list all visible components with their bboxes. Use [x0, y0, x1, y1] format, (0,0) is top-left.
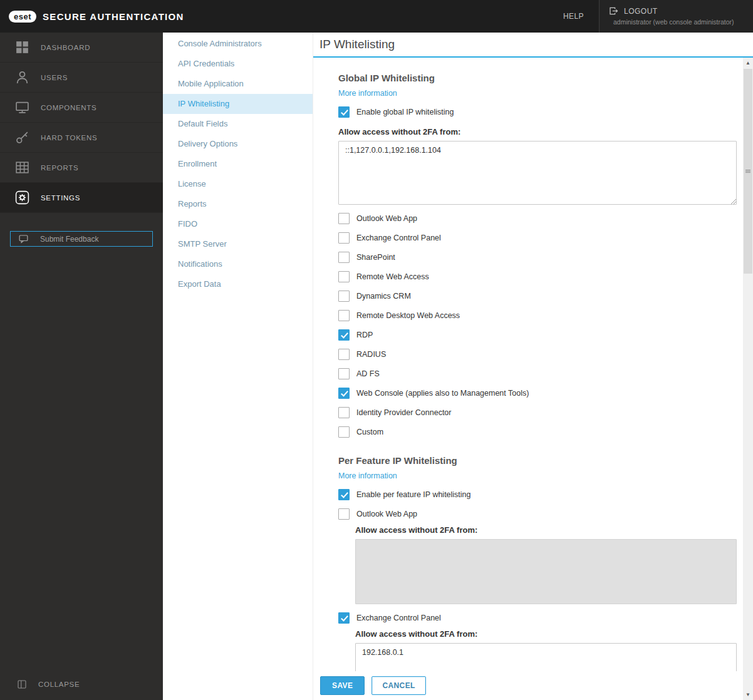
checkbox[interactable]	[338, 329, 350, 341]
vertical-scrollbar[interactable]: ▲ ▼	[743, 58, 753, 700]
feature-row-ad-fs[interactable]: AD FS	[338, 368, 737, 379]
feature-row-custom[interactable]: Custom	[338, 426, 737, 438]
subnav-item-smtp-server[interactable]: SMTP Server	[163, 234, 313, 254]
action-footer: SAVE CANCEL	[313, 671, 743, 700]
brand: eset SECURE AUTHENTICATION	[0, 11, 563, 23]
sidebar-item-settings[interactable]: SETTINGS	[0, 183, 163, 213]
logout-button[interactable]: LOGOUT administrator (web console admini…	[599, 0, 753, 33]
sidebar-item-users[interactable]: USERS	[0, 63, 163, 93]
subnav-item-fido[interactable]: FIDO	[163, 214, 313, 234]
checkbox[interactable]	[338, 407, 350, 418]
checkbox[interactable]	[338, 426, 350, 438]
page-header: IP Whitelisting	[313, 33, 753, 58]
per-feature-more-information-link[interactable]: More information	[338, 471, 397, 480]
checkbox-label: SharePoint	[356, 253, 395, 262]
checkbox-label: Identity Provider Connector	[356, 408, 451, 417]
ip-whitelisting-content: Global IP Whitelisting More information …	[313, 59, 743, 671]
sidebar-item-components[interactable]: COMPONENTS	[0, 93, 163, 123]
feature-row-rdp[interactable]: RDP	[338, 329, 737, 341]
allow-label: Allow access without 2FA from:	[355, 629, 737, 639]
feature-row-radius[interactable]: RADIUS	[338, 349, 737, 360]
settings-subnav: Console Administrators API Credentials M…	[163, 33, 313, 700]
feature-row-outlook-web-app[interactable]: Outlook Web App	[338, 213, 737, 224]
per-feature-row-exchange-control-panel[interactable]: Exchange Control Panel	[338, 612, 737, 624]
key-icon	[14, 130, 30, 145]
checkbox[interactable]	[338, 508, 350, 520]
feature-row-web-console[interactable]: Web Console (applies also to Management …	[338, 388, 737, 399]
subnav-item-license[interactable]: License	[163, 174, 313, 194]
checkbox-label: Exchange Control Panel	[356, 234, 441, 242]
checkbox[interactable]	[338, 612, 350, 624]
sidebar-item-reports[interactable]: REPORTS	[0, 153, 163, 183]
checkbox-label: Exchange Control Panel	[356, 614, 441, 622]
checkbox[interactable]	[338, 349, 350, 360]
eset-logo: eset	[9, 11, 36, 23]
checkbox-label: Web Console (applies also to Management …	[356, 389, 529, 398]
feature-row-exchange-control-panel[interactable]: Exchange Control Panel	[338, 232, 737, 244]
subnav-item-api-credentials[interactable]: API Credentials	[163, 54, 313, 74]
logged-in-user: administrator (web console administrator…	[608, 18, 747, 26]
scrollbar-grip-icon	[745, 170, 750, 173]
global-section-heading: Global IP Whitelisting	[338, 73, 737, 83]
checkbox[interactable]	[338, 310, 350, 321]
table-icon	[14, 160, 30, 175]
subnav-item-export-data[interactable]: Export Data	[163, 274, 313, 294]
per-feature-row-outlook-web-app[interactable]: Outlook Web App	[338, 508, 737, 520]
sidebar-item-label: USERS	[41, 74, 68, 81]
checkbox[interactable]	[338, 232, 350, 244]
allow-field-wrap	[355, 539, 737, 604]
subnav-item-ip-whitelisting[interactable]: IP Whitelisting	[163, 94, 313, 114]
sidebar-item-label: COMPONENTS	[41, 104, 96, 111]
sidebar-item-hard-tokens[interactable]: HARD TOKENS	[0, 123, 163, 153]
checkbox[interactable]	[338, 271, 350, 282]
feedback-bubble-icon	[18, 234, 29, 244]
sidebar-item-label: REPORTS	[41, 164, 78, 172]
sidebar: DASHBOARD USERS COMPONENTS HARD TOKENS R…	[0, 33, 163, 700]
enable-per-feature-checkbox[interactable]	[338, 489, 350, 500]
help-link[interactable]: HELP	[563, 12, 584, 21]
subnav-item-notifications[interactable]: Notifications	[163, 254, 313, 274]
feature-row-dynamics-crm[interactable]: Dynamics CRM	[338, 291, 737, 302]
checkbox[interactable]	[338, 213, 350, 224]
sidebar-item-dashboard[interactable]: DASHBOARD	[0, 33, 163, 63]
subnav-item-console-administrators[interactable]: Console Administrators	[163, 34, 313, 54]
dashboard-icon	[14, 39, 30, 55]
scrollbar-thumb[interactable]	[744, 69, 752, 274]
checkbox-label: Remote Desktop Web Access	[356, 311, 460, 320]
checkbox[interactable]	[338, 368, 350, 379]
collapse-icon	[17, 679, 27, 689]
save-button[interactable]: SAVE	[320, 676, 365, 695]
per-feature-section-heading: Per Feature IP Whitelisting	[338, 455, 737, 466]
checkbox-label: Custom	[356, 428, 383, 436]
collapse-button[interactable]: COLLAPSE	[0, 669, 163, 700]
checkbox[interactable]	[338, 388, 350, 399]
enable-global-checkbox[interactable]	[338, 106, 350, 118]
subnav-item-delivery-options[interactable]: Delivery Options	[163, 134, 313, 154]
feature-row-remote-desktop-web-access[interactable]: Remote Desktop Web Access	[338, 310, 737, 321]
enable-global-whitelisting-row[interactable]: Enable global IP whitelisting	[338, 106, 737, 118]
enable-per-feature-row[interactable]: Enable per feature IP whitelisting	[338, 489, 737, 500]
sidebar-item-label: SETTINGS	[41, 194, 80, 202]
global-more-information-link[interactable]: More information	[338, 89, 397, 98]
subnav-item-enrollment[interactable]: Enrollment	[163, 154, 313, 174]
checkbox-label: AD FS	[356, 369, 380, 378]
subnav-item-default-fields[interactable]: Default Fields	[163, 114, 313, 134]
checkbox-label: RDP	[356, 331, 373, 339]
feature-row-sharepoint[interactable]: SharePoint	[338, 252, 737, 263]
allow-field-wrap: 192.168.0.1	[355, 643, 737, 671]
submit-feedback-button[interactable]: Submit Feedback	[10, 231, 153, 247]
checkbox[interactable]	[338, 252, 350, 263]
enable-global-label: Enable global IP whitelisting	[356, 108, 454, 116]
checkbox[interactable]	[338, 291, 350, 302]
subnav-item-mobile-application[interactable]: Mobile Application	[163, 74, 313, 94]
checkbox-label: Outlook Web App	[356, 214, 417, 223]
feature-row-identity-provider-connector[interactable]: Identity Provider Connector	[338, 407, 737, 418]
global-allow-textarea[interactable]: ::1,127.0.0.1,192.168.1.104	[338, 141, 737, 205]
exchange-allow-textarea[interactable]: 192.168.0.1	[355, 643, 737, 671]
cancel-button[interactable]: CANCEL	[371, 676, 425, 695]
scroll-up-arrow-icon[interactable]: ▲	[743, 58, 753, 68]
scroll-down-arrow-icon[interactable]: ▼	[743, 689, 753, 700]
subnav-item-reports[interactable]: Reports	[163, 194, 313, 214]
feature-row-remote-web-access[interactable]: Remote Web Access	[338, 271, 737, 282]
sidebar-item-label: HARD TOKENS	[41, 134, 97, 142]
